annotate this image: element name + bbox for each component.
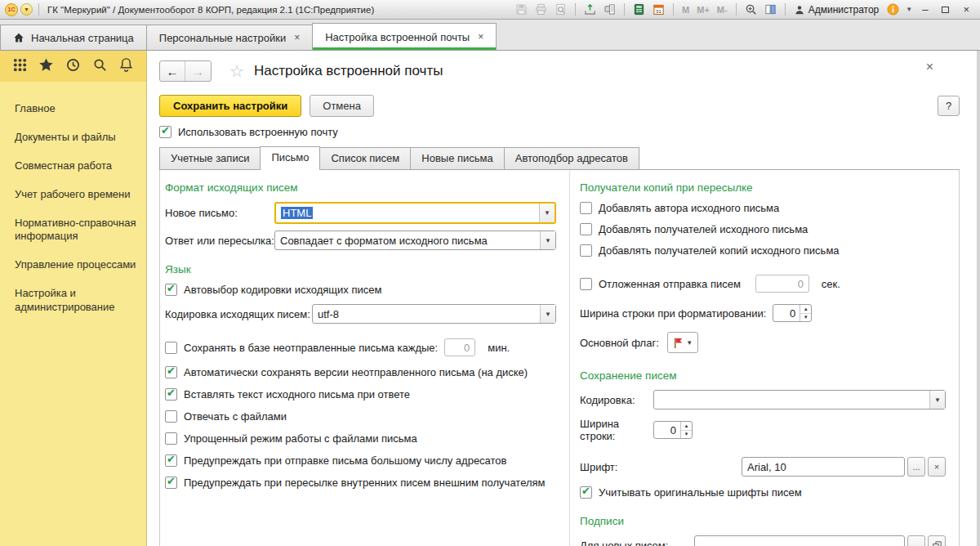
deferred-send-label[interactable]: Отложенная отправка писем xyxy=(599,278,741,290)
add-author-row[interactable]: Добавлять автора исходного письма xyxy=(580,202,946,214)
insert-source-row[interactable]: Вставлять текст исходного письма при отв… xyxy=(165,388,556,401)
tab-accounts[interactable]: Учетные записи xyxy=(159,147,261,169)
history-icon[interactable] xyxy=(65,57,81,75)
add-cc-row[interactable]: Добавлять получателей копий исходного пи… xyxy=(580,244,946,257)
sidebar-item-timesheet[interactable]: Учет рабочего времени xyxy=(0,181,146,209)
auto-encoding-label[interactable]: Автовыбор кодировки исходящих писем xyxy=(184,284,381,296)
split-view-icon[interactable] xyxy=(762,2,779,17)
favorites-star-icon[interactable] xyxy=(38,57,54,75)
deferred-send-seconds-field[interactable]: 0 xyxy=(755,275,809,293)
help-button[interactable]: ? xyxy=(938,96,960,116)
original-fonts-checkbox[interactable] xyxy=(580,486,592,499)
close-tab-icon[interactable]: × xyxy=(294,32,300,43)
memory-minus-button[interactable]: M- xyxy=(715,5,730,15)
simple-files-mode-checkbox[interactable] xyxy=(165,432,177,445)
close-window-button[interactable]: × xyxy=(957,3,975,16)
reply-with-files-label[interactable]: Отвечать с файлами xyxy=(184,410,287,423)
warn-external-row[interactable]: Предупреждать при пересылке внутренних п… xyxy=(165,477,556,489)
print-preview-icon[interactable] xyxy=(552,2,569,17)
save-icon[interactable] xyxy=(513,2,530,17)
font-field[interactable]: Arial, 10 xyxy=(742,457,905,477)
auto-encoding-row[interactable]: Автовыбор кодировки исходящих писем xyxy=(165,284,556,296)
use-mail-checkbox[interactable] xyxy=(159,126,172,138)
outgoing-encoding-select[interactable]: utf-8 ▼ xyxy=(312,304,556,324)
saving-encoding-select[interactable]: ▼ xyxy=(653,390,946,410)
sidebar-item-process-management[interactable]: Управление процессами xyxy=(0,251,146,280)
simple-files-mode-label[interactable]: Упрощенный режим работы с файлами письма xyxy=(184,432,417,445)
use-mail-label[interactable]: Использовать встроенную почту xyxy=(178,126,338,138)
print-file-icon[interactable] xyxy=(601,2,618,17)
signature-new-field[interactable] xyxy=(694,535,905,546)
wrap-width-stepper[interactable]: 0 ▲▼ xyxy=(773,304,812,322)
new-mail-format-select[interactable]: HTML ▼ xyxy=(274,202,556,224)
save-unsent-label[interactable]: Сохранять в базе неотправленные письма к… xyxy=(184,342,438,354)
notifications-bell-icon[interactable] xyxy=(118,57,134,75)
spin-down-icon[interactable]: ▼ xyxy=(800,314,811,322)
warn-external-label[interactable]: Предупреждать при пересылке внутренних п… xyxy=(184,477,546,489)
minimize-button[interactable]: – xyxy=(916,3,933,16)
main-flag-select[interactable]: ▼ xyxy=(667,332,698,353)
sidebar-item-documents[interactable]: Документы и файлы xyxy=(0,123,146,152)
deferred-send-row[interactable]: Отложенная отправка писем 0 сек. xyxy=(580,275,946,293)
tab-mail-settings[interactable]: Настройка встроенной почты × xyxy=(312,23,497,50)
original-fonts-label[interactable]: Учитывать оригинальные шрифты писем xyxy=(599,486,802,499)
warn-many-recipients-checkbox[interactable] xyxy=(165,454,177,467)
sidebar-item-collaboration[interactable]: Совместная работа xyxy=(0,152,146,181)
spin-up-icon[interactable]: ▲ xyxy=(681,422,692,431)
saving-line-width-stepper[interactable]: 0 ▲▼ xyxy=(653,421,693,439)
search-icon[interactable] xyxy=(92,57,108,75)
add-author-label[interactable]: Добавлять автора исходного письма xyxy=(599,202,779,214)
signature-new-open-button[interactable] xyxy=(928,535,946,546)
signature-new-picker-button[interactable]: ... xyxy=(907,535,925,546)
chevron-down-icon[interactable]: ▼ xyxy=(929,391,945,409)
chevron-down-icon[interactable]: ▼ xyxy=(540,231,555,249)
calculator-icon[interactable] xyxy=(630,2,648,17)
sidebar-item-reference-info[interactable]: Нормативно-справочная информация xyxy=(0,209,146,252)
main-menu-button[interactable]: ▼ xyxy=(20,3,33,16)
simple-files-mode-row[interactable]: Упрощенный режим работы с файлами письма xyxy=(165,432,556,445)
sidebar-item-main[interactable]: Главное xyxy=(0,95,146,123)
font-clear-button[interactable]: × xyxy=(928,457,946,477)
sidebar-item-administration[interactable]: Настройка и администрирование xyxy=(0,280,146,322)
reply-with-files-checkbox[interactable] xyxy=(165,410,177,423)
memory-plus-button[interactable]: M+ xyxy=(694,5,712,15)
add-cc-label[interactable]: Добавлять получателей копий исходного пи… xyxy=(599,244,840,257)
add-recipients-checkbox[interactable] xyxy=(580,223,592,235)
autosave-versions-checkbox[interactable] xyxy=(165,366,177,378)
original-fonts-row[interactable]: Учитывать оригинальные шрифты писем xyxy=(580,486,946,499)
cancel-button[interactable]: Отмена xyxy=(310,95,374,117)
chevron-down-icon[interactable]: ▼ xyxy=(539,204,555,222)
zoom-icon[interactable] xyxy=(742,2,760,17)
add-author-checkbox[interactable] xyxy=(580,202,592,214)
chevron-down-icon[interactable]: ▼ xyxy=(904,6,914,13)
tab-home[interactable]: Начальная страница xyxy=(0,25,147,50)
tab-letter-list[interactable]: Список писем xyxy=(319,147,411,169)
spin-down-icon[interactable]: ▼ xyxy=(681,431,692,439)
reply-with-files-row[interactable]: Отвечать с файлами xyxy=(165,410,556,423)
use-mail-row[interactable]: Использовать встроенную почту xyxy=(159,126,980,138)
print-icon[interactable] xyxy=(532,2,550,17)
tab-autopick-recipients[interactable]: Автоподбор адресатов xyxy=(504,147,639,169)
chevron-down-icon[interactable]: ▼ xyxy=(540,305,555,323)
insert-source-checkbox[interactable] xyxy=(165,388,177,401)
warn-many-recipients-label[interactable]: Предупреждать при отправке письма большо… xyxy=(184,454,507,467)
maximize-button[interactable] xyxy=(936,3,955,16)
upload-file-icon[interactable] xyxy=(581,2,599,17)
memory-recall-button[interactable]: M xyxy=(679,5,692,15)
autosave-versions-row[interactable]: Автоматически сохранять версии неотправл… xyxy=(165,366,556,378)
reply-format-select[interactable]: Совпадает с форматом исходного письма ▼ xyxy=(274,230,556,250)
warn-many-recipients-row[interactable]: Предупреждать при отправке письма большо… xyxy=(165,454,556,467)
save-unsent-checkbox[interactable] xyxy=(165,342,177,354)
save-unsent-row[interactable]: Сохранять в базе неотправленные письма к… xyxy=(165,338,556,356)
warn-external-checkbox[interactable] xyxy=(165,477,177,489)
calendar-icon[interactable]: 31 xyxy=(650,2,667,17)
autosave-versions-label[interactable]: Автоматически сохранять версии неотправл… xyxy=(184,366,528,378)
tab-new-letters[interactable]: Новые письма xyxy=(410,147,504,169)
save-settings-button[interactable]: Сохранить настройки xyxy=(159,95,301,117)
add-recipients-row[interactable]: Добавлять получателей исходного письма xyxy=(580,223,946,235)
tab-letter[interactable]: Письмо xyxy=(260,146,320,170)
info-icon[interactable] xyxy=(884,2,902,17)
deferred-send-checkbox[interactable] xyxy=(580,278,592,290)
forward-button[interactable]: → xyxy=(185,61,211,81)
spin-up-icon[interactable]: ▲ xyxy=(800,305,811,314)
